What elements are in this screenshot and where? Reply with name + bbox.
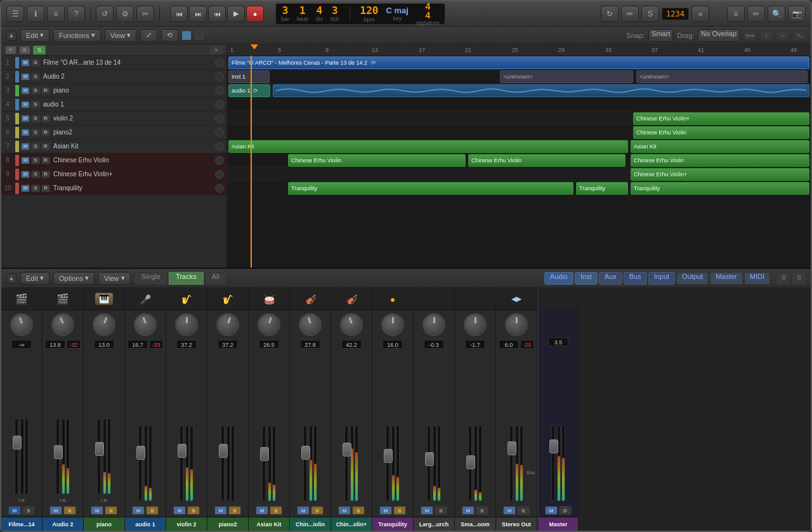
track-m-3[interactable]: M bbox=[21, 87, 30, 94]
view-menu-btn[interactable]: View▾ bbox=[105, 29, 137, 42]
scissors-btn[interactable]: ✂ bbox=[136, 6, 154, 22]
track-m-9[interactable]: M bbox=[21, 171, 30, 178]
clip-tranquility-2[interactable]: Tranquility bbox=[576, 182, 628, 195]
track-end-4[interactable] bbox=[215, 100, 224, 109]
mixer-view-btn[interactable]: View▾ bbox=[98, 272, 131, 285]
track-end-9[interactable] bbox=[215, 170, 224, 179]
ch-m-btn-master[interactable]: M bbox=[545, 506, 558, 515]
ch-s-btn-9[interactable]: S bbox=[352, 506, 365, 515]
pencil-btn[interactable]: ✏ bbox=[621, 6, 639, 22]
fader-thumb-8[interactable] bbox=[301, 446, 310, 460]
track-m-5[interactable]: M bbox=[21, 115, 30, 122]
ch-s-btn-7[interactable]: S bbox=[270, 506, 282, 515]
pan-knob-4[interactable] bbox=[134, 313, 157, 336]
fader-thumb-11[interactable] bbox=[425, 452, 434, 466]
clip-tranquility-1[interactable]: Tranquility bbox=[288, 182, 573, 195]
fader-track-10[interactable] bbox=[386, 425, 390, 502]
track-r-9[interactable]: R bbox=[41, 171, 50, 178]
ch-m-btn-10[interactable]: M bbox=[379, 506, 392, 515]
fader-track-2[interactable] bbox=[56, 418, 60, 495]
zoom-v-btn[interactable]: ↕ bbox=[760, 31, 773, 40]
track-s-7[interactable]: S bbox=[31, 143, 40, 150]
ch-s-btn-6[interactable]: S bbox=[228, 506, 241, 515]
zoom-h-btn[interactable]: ↔ bbox=[776, 31, 789, 40]
pan-knob-5[interactable] bbox=[175, 313, 198, 336]
edit-btn2[interactable]: ✏ bbox=[747, 6, 765, 22]
fader-track-5[interactable] bbox=[180, 425, 183, 502]
edit-menu-btn[interactable]: Edit▾ bbox=[20, 29, 49, 42]
track-m-6[interactable]: M bbox=[21, 129, 30, 136]
pointer-tool[interactable] bbox=[182, 31, 191, 40]
loop-btn[interactable]: ⟲ bbox=[161, 29, 178, 42]
search-btn[interactable]: 🔍 bbox=[768, 6, 785, 22]
track-m-10[interactable]: M bbox=[21, 185, 30, 192]
clip-asian-kit-2[interactable]: Asian Kit bbox=[631, 140, 809, 153]
filter-audio-btn[interactable]: Audio bbox=[544, 272, 573, 285]
track-s-6[interactable]: S bbox=[31, 129, 40, 136]
channel-name-9[interactable]: Chin...olin+ bbox=[331, 517, 372, 531]
fader-thumb-7[interactable] bbox=[260, 447, 269, 461]
track-end-5[interactable] bbox=[215, 114, 224, 123]
track-r-10[interactable]: R bbox=[41, 185, 50, 192]
filter-bus-btn[interactable]: Bus bbox=[624, 272, 647, 285]
ch-m-btn-5[interactable]: M bbox=[173, 506, 186, 515]
track-s-3[interactable]: S bbox=[31, 87, 40, 94]
add-track-btn[interactable]: + bbox=[5, 46, 16, 55]
track-r-6[interactable]: R bbox=[41, 129, 50, 136]
pan-knob-9[interactable] bbox=[340, 313, 363, 336]
track-r-8[interactable]: R bbox=[41, 157, 50, 164]
crosshair-tool[interactable] bbox=[195, 31, 204, 40]
channel-name-12[interactable]: Sma...oom bbox=[455, 517, 495, 531]
rewind-btn[interactable]: ⏮ bbox=[170, 6, 188, 22]
clip-audio1[interactable]: audio 1 ⟳ bbox=[228, 84, 270, 97]
pan-knob-10[interactable] bbox=[381, 313, 404, 336]
notes-btn[interactable]: ≡ bbox=[727, 6, 745, 22]
drag-select[interactable]: No Overlap bbox=[698, 29, 740, 42]
channel-name-3[interactable]: piano bbox=[84, 517, 124, 531]
track-m-2[interactable]: M bbox=[21, 73, 30, 81]
pan-knob-1[interactable] bbox=[10, 313, 33, 336]
fader-track-1[interactable] bbox=[15, 418, 18, 495]
ch-m-btn-6[interactable]: M bbox=[214, 506, 227, 515]
ch-m-btn-2[interactable]: M bbox=[49, 506, 62, 515]
pan-knob-3[interactable] bbox=[93, 313, 115, 336]
ch-s-btn-5[interactable]: S bbox=[187, 506, 200, 515]
clip-chinese-erhu-violin-2[interactable]: Chinese Erhu Violin bbox=[288, 154, 466, 167]
channel-name-4[interactable]: audio 1 bbox=[125, 517, 166, 531]
expand-btn[interactable]: » bbox=[691, 6, 709, 22]
ch-s-btn-11[interactable]: S bbox=[435, 506, 447, 515]
filter-output-btn[interactable]: Output bbox=[676, 272, 709, 285]
clip-unknown2[interactable]: <unknown> bbox=[636, 70, 808, 83]
solo-btn[interactable]: S bbox=[641, 6, 659, 22]
ch-m-btn-3[interactable]: M bbox=[91, 506, 103, 515]
filter-aux-btn[interactable]: Aux bbox=[599, 272, 622, 285]
track-s-btn[interactable]: S bbox=[33, 46, 46, 55]
ch-s-btn-10[interactable]: S bbox=[393, 506, 406, 515]
pan-knob-8[interactable] bbox=[299, 313, 322, 336]
channel-name-13[interactable]: Stereo Out bbox=[496, 517, 537, 531]
ch-s-btn-3[interactable]: S bbox=[105, 506, 117, 515]
fader-thumb-12[interactable] bbox=[466, 455, 475, 469]
fader-thumb-5[interactable] bbox=[178, 444, 187, 458]
track-r-5[interactable]: R bbox=[41, 115, 50, 122]
clip-chinese-erhu-violin-plus-1[interactable]: Chinese Erhu Violin+ bbox=[633, 112, 809, 125]
track-s-4[interactable]: S bbox=[31, 101, 40, 108]
track-m-4[interactable]: M bbox=[21, 101, 30, 108]
fader-thumb-13[interactable] bbox=[508, 441, 516, 455]
view-tracks-btn[interactable]: Tracks bbox=[169, 272, 204, 285]
track-m-7[interactable]: M bbox=[21, 143, 30, 150]
channel-name-2[interactable]: Audio 2 bbox=[43, 517, 83, 531]
track-end-3[interactable] bbox=[215, 86, 224, 95]
fader-track-master[interactable] bbox=[551, 425, 555, 502]
ch-s-btn-13[interactable]: S bbox=[517, 506, 530, 515]
track-end-6[interactable] bbox=[215, 128, 224, 137]
fader-thumb-10[interactable] bbox=[384, 449, 393, 463]
pan-knob-7[interactable] bbox=[258, 313, 280, 336]
view-all-btn[interactable]: All bbox=[205, 272, 226, 285]
ch-m-btn-4[interactable]: M bbox=[132, 506, 145, 515]
help-btn[interactable]: ? bbox=[67, 6, 85, 22]
fader-track-11[interactable] bbox=[427, 425, 431, 502]
channel-name-7[interactable]: Asian Kit bbox=[249, 517, 289, 531]
filter-inst-btn[interactable]: Inst bbox=[575, 272, 598, 285]
fader-thumb-4[interactable] bbox=[136, 446, 145, 460]
